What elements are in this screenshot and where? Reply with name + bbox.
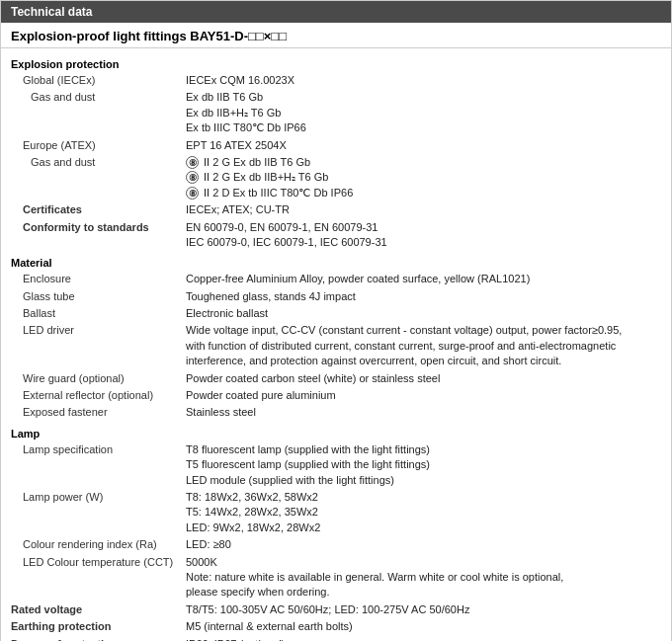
section-explosion-protection: Explosion protection Global (IECEx) IECE… [11, 58, 661, 251]
table-row: LED driver Wide voltage input, CC-CV (co… [11, 322, 661, 369]
row-value: EN 60079-0, EN 60079-1, EN 60079-31 IEC … [184, 219, 661, 252]
table-row: Lamp power (W) T8: 18Wx2, 36Wx2, 58Wx2 T… [11, 489, 661, 536]
table-row: Rated voltage T8/T5: 100-305V AC 50/60Hz… [11, 601, 661, 618]
table-row: Enclosure Copper-free Aluminium Alloy, p… [11, 271, 661, 287]
section-header-explosion: Explosion protection [11, 58, 661, 70]
table-row: Europe (ATEX) EPT 16 ATEX 2504X [11, 137, 661, 154]
row-label: Lamp power (W) [11, 489, 184, 536]
header-label: Technical data [11, 5, 92, 19]
row-value: Electronic ballast [184, 305, 661, 322]
table-row: Earthing protection M5 (internal & exter… [11, 618, 661, 635]
row-label: Global (IECEx) [11, 72, 184, 89]
row-value: Copper-free Aluminium Alloy, powder coat… [184, 271, 661, 287]
row-label: Gas and dust [11, 89, 184, 136]
row-label: Gas and dust [11, 154, 184, 201]
row-value: IECEx CQM 16.0023X [184, 72, 661, 89]
table-row: Lamp specification T8 fluorescent lamp (… [11, 441, 661, 489]
lamp-table: Lamp specification T8 fluorescent lamp (… [11, 441, 661, 601]
row-value: T8/T5: 100-305V AC 50/60Hz; LED: 100-275… [184, 601, 661, 618]
row-label: Europe (ATEX) [11, 137, 184, 154]
row-label: Lamp specification [11, 441, 184, 489]
row-value: IP66, IP67 (optional) [184, 636, 661, 642]
table-row: Ballast Electronic ballast [11, 305, 661, 322]
table-row: Gas and dust Ex db IIB T6 Gb Ex db IIB+H… [11, 89, 661, 136]
row-value: Powder coated carbon steel (white) or st… [184, 370, 661, 387]
page-title: Explosion-proof light fittings BAY51-D-□… [11, 29, 287, 43]
table-row: Exposed fastener Stainless steel [11, 404, 661, 421]
row-label: Earthing protection [11, 618, 184, 635]
row-value: EPT 16 ATEX 2504X [184, 137, 661, 154]
material-table: Enclosure Copper-free Aluminium Alloy, p… [11, 271, 661, 422]
row-value: Stainless steel [184, 404, 661, 421]
table-row: Wire guard (optional) Powder coated carb… [11, 370, 661, 387]
row-label: Conformity to standards [11, 219, 184, 252]
ce-symbol-icon: ⑧ [186, 187, 199, 200]
table-row: Degree of protection IP66, IP67 (optiona… [11, 636, 661, 642]
row-label: LED Colour temperature (CCT) [11, 554, 184, 601]
row-label: Certificates [11, 201, 184, 218]
row-value: LED: ≥80 [184, 536, 661, 553]
row-label: Ballast [11, 305, 184, 322]
row-label: Colour rendering index (Ra) [11, 536, 184, 553]
row-value: Ex db IIB T6 Gb Ex db IIB+H₂ T6 Gb Ex tb… [184, 89, 661, 136]
table-row: Certificates IECEx; ATEX; CU-TR [11, 201, 661, 218]
row-value: T8 fluorescent lamp (supplied with the l… [184, 441, 661, 489]
row-label: Wire guard (optional) [11, 370, 184, 387]
section-header-lamp: Lamp [11, 428, 661, 440]
ce-symbol-icon: ⑧ [186, 171, 199, 184]
row-value: Toughened glass, stands 4J impact [184, 288, 661, 305]
table-row: Glass tube Toughened glass, stands 4J im… [11, 288, 661, 305]
row-label: LED driver [11, 322, 184, 369]
table-row: Conformity to standards EN 60079-0, EN 6… [11, 219, 661, 252]
table-row: Colour rendering index (Ra) LED: ≥80 [11, 536, 661, 553]
explosion-table: Global (IECEx) IECEx CQM 16.0023X Gas an… [11, 72, 661, 251]
section-header-material: Material [11, 257, 661, 269]
page-wrapper: Technical data Explosion-proof light fit… [0, 0, 672, 641]
row-label: Exposed fastener [11, 404, 184, 421]
row-value: 5000K Note: nature white is available in… [184, 554, 661, 601]
table-row: Gas and dust ⑧ II 2 G Ex db IIB T6 Gb ⑧ … [11, 154, 661, 201]
section-lamp: Lamp Lamp specification T8 fluorescent l… [11, 428, 661, 601]
row-value: Powder coated pure aluminium [184, 387, 661, 404]
section-electrical: Rated voltage T8/T5: 100-305V AC 50/60Hz… [11, 601, 661, 641]
row-value: ⑧ II 2 G Ex db IIB T6 Gb ⑧ II 2 G Ex db … [184, 154, 661, 201]
row-value: M5 (internal & external earth bolts) [184, 618, 661, 635]
content-area: Explosion protection Global (IECEx) IECE… [1, 48, 671, 641]
header-bar: Technical data [1, 1, 671, 23]
row-label: Degree of protection [11, 636, 184, 642]
ce-symbol-icon: ⑧ [186, 156, 199, 169]
title-row: Explosion-proof light fittings BAY51-D-□… [1, 23, 671, 48]
row-value: IECEx; ATEX; CU-TR [184, 201, 661, 218]
table-row: External reflector (optional) Powder coa… [11, 387, 661, 404]
row-label: External reflector (optional) [11, 387, 184, 404]
row-value: Wide voltage input, CC-CV (constant curr… [184, 322, 661, 369]
row-label: Enclosure [11, 271, 184, 287]
row-value: T8: 18Wx2, 36Wx2, 58Wx2 T5: 14Wx2, 28Wx2… [184, 489, 661, 536]
section-material: Material Enclosure Copper-free Aluminium… [11, 257, 661, 422]
row-label: Rated voltage [11, 601, 184, 618]
table-row: LED Colour temperature (CCT) 5000K Note:… [11, 554, 661, 601]
table-row: Global (IECEx) IECEx CQM 16.0023X [11, 72, 661, 89]
electrical-table: Rated voltage T8/T5: 100-305V AC 50/60Hz… [11, 601, 661, 641]
row-label: Glass tube [11, 288, 184, 305]
